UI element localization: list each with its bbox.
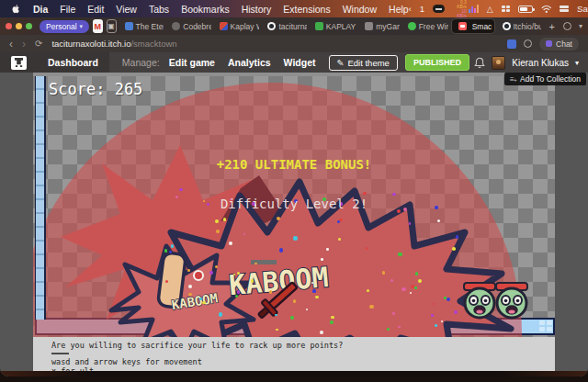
profile-label: Personal xyxy=(46,22,77,31)
chevron-down-icon[interactable]: ▾ xyxy=(575,59,579,67)
tab-kaplay-wor[interactable]: Kaplay Wor xyxy=(215,19,260,33)
user-avatar[interactable] xyxy=(492,56,505,70)
enemy-sprite xyxy=(464,283,495,318)
tab-label: taciturnaxo xyxy=(278,22,306,31)
tab-label: Free Windo xyxy=(419,22,448,31)
tab-bar: Personal ▾ M ▣ The Eterna Codebreak Kapl… xyxy=(0,17,588,35)
tab-label: The Eterna xyxy=(136,22,164,31)
game-column: KABOOM KABOOM xyxy=(33,73,555,376)
add-to-collection-label: Add To Collection xyxy=(520,74,581,84)
tab-label: myGame xyxy=(376,22,399,31)
menu-window[interactable]: Window xyxy=(343,4,377,15)
pinned-tab-gmail[interactable]: M xyxy=(93,19,102,33)
tab-favicon xyxy=(125,22,133,30)
menubar-count[interactable]: 1 xyxy=(420,4,424,14)
menubar-collapse-icon[interactable]: ‹ xyxy=(409,4,412,14)
user-name[interactable]: Kieran Klukas xyxy=(512,58,569,68)
close-window-button[interactable] xyxy=(6,23,12,29)
battery-icon[interactable] xyxy=(518,6,532,13)
url-path: /smacktown xyxy=(130,39,176,49)
tab-taciturnaxo[interactable]: taciturnaxo xyxy=(263,19,306,33)
reload-button[interactable]: ⟳ xyxy=(35,39,42,49)
tab-label: Itchio/butle xyxy=(514,22,541,31)
edit-theme-label: Edit theme xyxy=(347,58,389,68)
nav-dashboard[interactable]: Dashboard xyxy=(37,52,109,73)
fullscreen-button[interactable] xyxy=(539,320,552,331)
menu-view[interactable]: View xyxy=(116,4,137,15)
triangle-status-icon[interactable]: △ xyxy=(487,5,493,14)
published-badge[interactable]: PUBLISHED xyxy=(405,54,469,71)
browser-window: Personal ▾ M ▣ The Eterna Codebreak Kapl… xyxy=(0,17,588,376)
chat-label: Chat xyxy=(556,39,572,49)
tab-smacktown-active[interactable]: Smac xyxy=(452,19,494,33)
divider xyxy=(51,353,69,354)
apple-menu-icon[interactable] xyxy=(11,4,21,14)
url-host: taciturnaxoloti.itch.io xyxy=(51,39,130,49)
address-field[interactable]: taciturnaxoloti.itch.io/smacktown xyxy=(51,39,176,49)
window-controls xyxy=(6,23,32,29)
network-monitor[interactable]: 0.3 KB/s 10 KB/s xyxy=(453,0,479,18)
profile-switcher[interactable]: Personal ▾ xyxy=(40,20,89,33)
chat-icon xyxy=(546,40,552,47)
back-button[interactable]: ‹ xyxy=(9,39,13,50)
menubar-manager-icon[interactable] xyxy=(433,5,444,13)
description-line: wasd and arrow keys for movement xyxy=(51,358,555,366)
itch-logo[interactable] xyxy=(0,52,37,73)
health-bar xyxy=(251,260,277,264)
nav-widget[interactable]: Widget xyxy=(284,57,316,68)
forward-button[interactable]: › xyxy=(22,39,26,50)
menubar-app-name[interactable]: Dia xyxy=(33,4,48,15)
enemy-sprite xyxy=(496,283,527,318)
extension-icon[interactable] xyxy=(507,39,516,49)
net-bars-icon xyxy=(469,5,479,13)
pinned-tab-app[interactable]: ▣ xyxy=(107,19,117,33)
new-tab-button[interactable]: + xyxy=(545,21,560,32)
zoom-window-button[interactable] xyxy=(26,23,32,29)
menu-extensions[interactable]: Extensions xyxy=(283,4,330,15)
tab-favicon xyxy=(172,22,180,30)
score-text: Score: 265 xyxy=(49,80,142,98)
tab-free-windo[interactable]: Free Windo xyxy=(403,19,448,33)
url-bar: ‹ › ⟳ taciturnaxoloti.itch.io/smacktown … xyxy=(0,35,588,52)
nav-edit-game[interactable]: Edit game xyxy=(169,57,215,68)
stack-icon[interactable] xyxy=(560,6,569,12)
menu-bookmarks[interactable]: Bookmarks xyxy=(181,4,230,15)
settings-gear-icon[interactable] xyxy=(524,39,532,48)
ring-particle xyxy=(194,271,203,280)
edit-theme-button[interactable]: ✎ Edit theme xyxy=(329,55,398,71)
tab-codebreak[interactable]: Codebreak xyxy=(167,19,210,33)
screen-mirroring-icon[interactable] xyxy=(502,6,511,13)
menu-edit[interactable]: Edit xyxy=(87,4,104,15)
itch-cabinet-icon xyxy=(14,58,24,67)
tab-overview-icon[interactable] xyxy=(563,22,571,30)
menu-file[interactable]: File xyxy=(60,4,75,15)
window-bottom-edge xyxy=(0,371,588,376)
menu-tabs[interactable]: Tabs xyxy=(149,4,169,15)
github-favicon xyxy=(267,22,276,30)
net-down-speed: 10 KB/s xyxy=(453,9,467,18)
chevron-down-icon[interactable]: ▾ xyxy=(579,22,582,30)
description-line: Are you willing to sacrifice your life t… xyxy=(51,342,555,350)
bonus-text: +210 ULTIMATE BONUS! xyxy=(33,157,555,172)
tab-label: Smac xyxy=(472,22,492,31)
tab-favicon xyxy=(365,22,373,30)
tab-favicon xyxy=(220,22,228,30)
menu-help[interactable]: Help xyxy=(389,4,409,15)
add-to-collection-button[interactable]: ≡₊ Add To Collection xyxy=(504,73,586,85)
difficulty-text: Difficulty Level 2! xyxy=(33,197,555,211)
notifications-bell-icon[interactable] xyxy=(474,57,485,69)
wifi-icon[interactable] xyxy=(541,5,552,14)
minimize-window-button[interactable] xyxy=(16,23,22,29)
tab-kaplay-gu[interactable]: KAPLAY Gu xyxy=(311,19,356,33)
tab-itchio-butle[interactable]: Itchio/butle xyxy=(498,19,541,33)
tab-mygame[interactable]: myGame xyxy=(360,19,399,33)
menubar-date[interactable]: Sat Sep 27 xyxy=(577,4,588,14)
menu-history[interactable]: History xyxy=(242,4,272,15)
nav-analytics[interactable]: Analytics xyxy=(228,57,271,68)
tab-label: Kaplay Wor xyxy=(231,22,260,31)
chat-button[interactable]: Chat xyxy=(539,38,579,51)
itch-dashboard-header: Dashboard Manage: Edit game Analytics Wi… xyxy=(0,52,588,73)
tab-the-eterna[interactable]: The Eterna xyxy=(120,19,164,33)
game-canvas[interactable]: KABOOM KABOOM xyxy=(33,76,555,337)
game-page: KABOOM KABOOM xyxy=(0,73,588,376)
